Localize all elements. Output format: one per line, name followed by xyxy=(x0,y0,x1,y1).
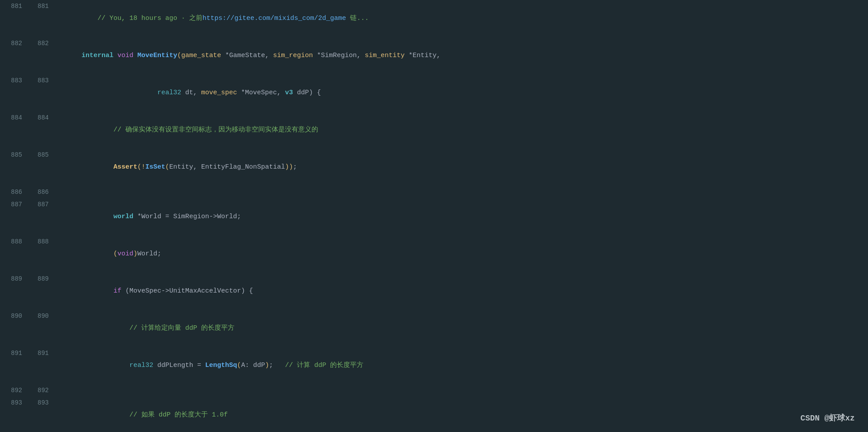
code-line: 881 881 // You, 18 hours ago · 之前https:/… xyxy=(0,0,868,37)
code-line: 885 885 Assert(!IsSet(Entity, EntityFlag… xyxy=(0,149,868,186)
code-line: 887 887 world *World = SimRegion->World; xyxy=(0,198,868,235)
code-line: 888 888 (void)World; xyxy=(0,235,868,273)
code-line: 882 882 internal void MoveEntity(game_st… xyxy=(0,37,868,74)
code-line: 889 889 if (MoveSpec->UnitMaxAccelVector… xyxy=(0,273,868,310)
code-line: 892 892 xyxy=(0,384,868,397)
code-line: 883 883 real32 dt, move_spec *MoveSpec, … xyxy=(0,74,868,112)
code-line: 884 884 // 确保实体没有设置非空间标志，因为移动非空间实体是没有意义的 xyxy=(0,112,868,149)
watermark: CSDN @虾球xz xyxy=(801,413,855,423)
code-line: 893 893 // 如果 ddP 的长度大于 1.0f xyxy=(0,397,868,432)
code-line: 890 890 // 计算给定向量 ddP 的长度平方 xyxy=(0,310,868,347)
code-line: 886 886 xyxy=(0,186,868,198)
code-editor: 881 881 // You, 18 hours ago · 之前https:/… xyxy=(0,0,868,432)
code-line: 891 891 real32 ddPLength = LengthSq(A: d… xyxy=(0,347,868,384)
